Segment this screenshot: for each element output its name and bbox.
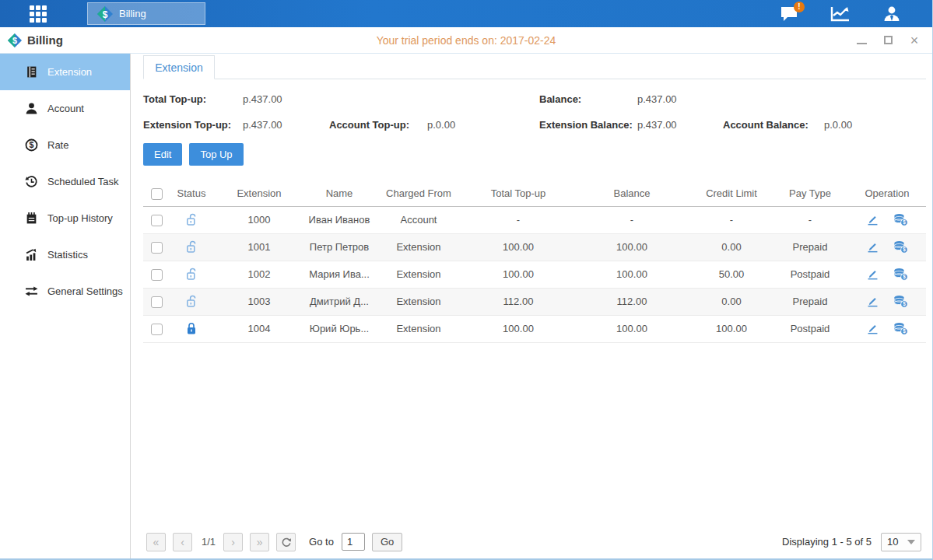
row-topup-button[interactable]: $: [893, 213, 908, 226]
sidebar-item-label: Account: [47, 103, 84, 114]
user-account-icon[interactable]: [881, 5, 903, 23]
statistics-monitor-icon[interactable]: [830, 5, 851, 23]
cell-total-topup: -: [464, 206, 573, 233]
close-button[interactable]: ×: [907, 33, 921, 47]
go-button[interactable]: Go: [372, 533, 402, 551]
billing-app-icon: [97, 6, 113, 22]
row-edit-button[interactable]: [866, 295, 879, 308]
cell-name: Юрий Юрь...: [305, 315, 374, 342]
table-row[interactable]: 1002Мария Ива...Extension100.00100.0050.…: [143, 261, 926, 288]
row-checkbox[interactable]: [151, 215, 163, 226]
cell-pay-type: Prepaid: [772, 233, 848, 261]
row-topup-button[interactable]: $: [893, 268, 908, 281]
topup-button[interactable]: Top Up: [189, 143, 243, 166]
col-status: Status: [170, 181, 213, 206]
status-lock-icon: [185, 295, 198, 306]
last-page-button[interactable]: »: [250, 533, 269, 551]
minimize-button[interactable]: [854, 33, 868, 47]
lock-open-icon: [185, 268, 198, 281]
first-page-button[interactable]: «: [146, 533, 166, 551]
topup-coins-icon: $: [893, 295, 908, 308]
row-topup-button[interactable]: $: [893, 322, 908, 335]
maximize-button[interactable]: [881, 33, 895, 47]
cell-total-topup: 100.00: [464, 315, 573, 342]
extension-book-icon: [25, 65, 38, 79]
sidebar-item-general-settings[interactable]: General Settings: [0, 273, 130, 310]
cell-pay-type: Prepaid: [772, 288, 848, 315]
cell-pay-type: Postpaid: [772, 315, 848, 342]
notification-badge: !: [794, 2, 805, 12]
select-all-checkbox[interactable]: [151, 188, 163, 200]
col-operation: Operation: [848, 181, 926, 206]
topup-coins-icon: $: [893, 240, 908, 254]
row-checkbox[interactable]: [151, 324, 163, 335]
lock-open-icon: [185, 213, 198, 226]
trial-period-message: Your trial period ends on: 2017-02-24: [0, 34, 932, 47]
row-edit-button[interactable]: [866, 240, 879, 254]
goto-page-input[interactable]: [342, 533, 365, 551]
cell-charged-from: Account: [374, 206, 464, 233]
sidebar-item-statistics[interactable]: Statistics: [0, 236, 130, 273]
col-total-topup: Total Top-up: [464, 181, 573, 206]
svg-text:$: $: [903, 301, 906, 307]
svg-text:$: $: [903, 328, 906, 334]
row-edit-button[interactable]: [866, 322, 879, 335]
sidebar-item-rate[interactable]: $ Rate: [0, 127, 130, 163]
col-extension: Extension: [213, 181, 305, 206]
topup-coins-icon: $: [893, 322, 908, 335]
cell-credit-limit: 0.00: [691, 233, 772, 261]
cell-pay-type: Postpaid: [772, 261, 848, 288]
cell-name: Петр Петров: [305, 233, 374, 261]
table-row[interactable]: 1001Петр ПетровExtension100.00100.000.00…: [143, 233, 926, 261]
taskbar-tab-billing[interactable]: Billing: [87, 2, 205, 25]
window-content: Extension Account $ Rate: [0, 54, 932, 558]
sidebar-item-topup-history[interactable]: Top-up History: [0, 200, 130, 236]
balance-label: Balance:: [539, 93, 637, 105]
row-checkbox[interactable]: [151, 296, 163, 308]
pagination-bar: « ‹ 1/1 › » Go to Go Displaying 1 - 5 of…: [143, 532, 926, 558]
edit-button[interactable]: Edit: [143, 143, 182, 166]
page-indicator: 1/1: [202, 536, 216, 548]
app-launcher-grid-icon[interactable]: [30, 5, 53, 23]
sidebar: Extension Account $ Rate: [0, 54, 131, 558]
col-name: Name: [305, 181, 374, 206]
table-row[interactable]: 1004Юрий Юрь...Extension100.00100.00100.…: [143, 315, 926, 342]
table-body: 1000Иван ИвановAccount----$1001Петр Петр…: [143, 206, 926, 342]
sidebar-item-label: Statistics: [47, 249, 88, 261]
balance-value: p.437.00: [637, 93, 723, 105]
page-size-dropdown[interactable]: 10: [881, 533, 921, 551]
tab-extension[interactable]: Extension: [143, 55, 215, 79]
statistics-chart-icon: [25, 248, 38, 261]
refresh-icon: [281, 537, 292, 548]
sidebar-item-scheduled-task[interactable]: Scheduled Task: [0, 163, 130, 200]
row-checkbox[interactable]: [151, 269, 163, 281]
extension-topup-value: p.437.00: [243, 119, 329, 131]
cell-balance: 100.00: [573, 315, 691, 342]
taskbar-tab-label: Billing: [119, 8, 146, 19]
table-row[interactable]: 1003Дмитрий Д...Extension112.00112.000.0…: [143, 288, 926, 315]
row-checkbox[interactable]: [151, 242, 163, 254]
prev-page-button[interactable]: ‹: [173, 533, 192, 551]
table-row[interactable]: 1000Иван ИвановAccount----$: [143, 206, 926, 233]
person-icon: [882, 5, 901, 23]
sidebar-item-extension[interactable]: Extension: [0, 54, 130, 90]
select-all-header: [143, 181, 170, 206]
billing-window: Billing !: [0, 0, 933, 560]
row-topup-button[interactable]: $: [893, 240, 908, 254]
notifications-chat-icon[interactable]: !: [778, 5, 800, 23]
row-topup-button[interactable]: $: [893, 295, 908, 308]
sidebar-item-account[interactable]: Account: [0, 90, 130, 127]
total-topup-label: Total Top-up:: [143, 93, 243, 105]
scheduled-task-clock-icon: [25, 175, 38, 188]
status-lock-icon: [185, 240, 198, 252]
col-balance: Balance: [573, 181, 691, 206]
cell-credit-limit: -: [691, 206, 772, 233]
edit-pencil-icon: [866, 240, 879, 254]
cell-name: Дмитрий Д...: [305, 288, 374, 315]
page-size-value: 10: [887, 536, 898, 548]
cell-extension: 1004: [213, 315, 305, 342]
refresh-button[interactable]: [276, 533, 296, 551]
row-edit-button[interactable]: [866, 268, 879, 281]
row-edit-button[interactable]: [866, 213, 879, 226]
next-page-button[interactable]: ›: [223, 533, 243, 551]
